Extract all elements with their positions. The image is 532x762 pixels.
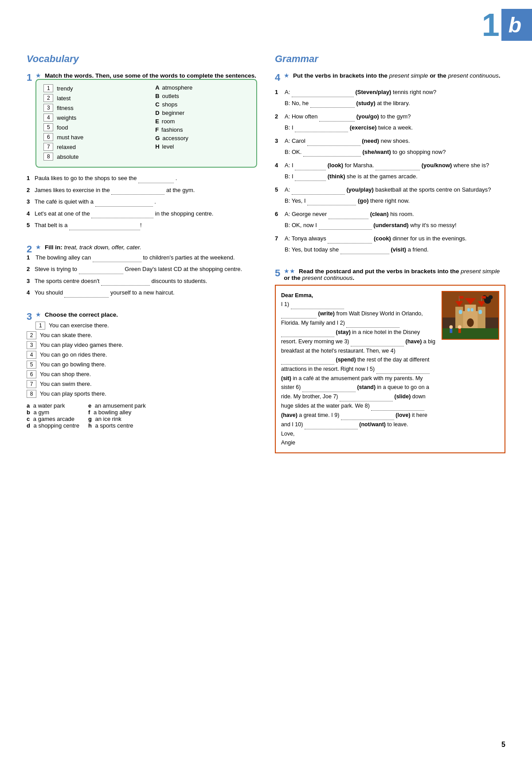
ex3-row: 2You can skate there. [27, 331, 257, 339]
grammar-row: 3 A: Carol (need) new shoes. [275, 137, 505, 146]
ex3-text: You can skate there. [40, 332, 92, 338]
vocab-letter: H [155, 143, 159, 150]
vocab-letter: E [155, 118, 159, 125]
vocab-table: 1trendy 2latest 3fitness 4weights 5food … [35, 79, 257, 168]
vocab-word: absolute [57, 153, 78, 160]
ex1-number: 1 [27, 72, 32, 83]
vocab-num: 3 [43, 104, 53, 112]
vocab-num: 2 [43, 94, 53, 102]
postcard-image [442, 291, 499, 340]
grammar-num: 1 [275, 88, 282, 97]
grammar-sub: B: I (think) she is at the games arcade. [285, 172, 505, 181]
vocab-letter: C [155, 101, 159, 108]
svg-rect-3 [455, 307, 463, 328]
ex3-text: You can shop there. [40, 371, 91, 377]
ex2-fill-label: Fill in: [45, 244, 63, 251]
svg-rect-10 [459, 310, 462, 314]
sentence-item: 2 Steve is trying to Green Day's latest … [27, 265, 257, 274]
ex3-answers-right: e an amusement park f a bowling alley g … [88, 402, 146, 429]
blank [111, 186, 164, 195]
vocab-row: 8absolute [43, 153, 137, 161]
ex3-answer: a a water park [27, 402, 79, 409]
ex5-instruction: ★★ Read the postcard and put the verbs i… [284, 268, 500, 281]
grammar-num: 7 [275, 234, 282, 244]
ex3-instruction-text: Choose the correct place. [45, 311, 118, 318]
ex3-text: You can exercise there. [49, 322, 109, 329]
grammar-item-4: 4 A: I (look) for Marsha. (you/know) whe… [275, 161, 505, 181]
sentence-item: 1 The bowling alley can to children's pa… [27, 253, 257, 263]
ex3-num: 8 [27, 390, 36, 398]
vocab-num: 1 [43, 84, 53, 92]
vocab-word: fashions [161, 126, 183, 133]
blank [79, 265, 123, 274]
corner-letter: b [501, 9, 532, 41]
blank [91, 209, 153, 219]
postcard-text: Dear Emma, I 1) (write) from Walt Disney… [281, 291, 436, 447]
vocab-row: 1trendy [43, 84, 137, 92]
svg-point-9 [467, 318, 474, 327]
sentence-item: 1 Paula likes to go to the shops to see … [27, 174, 257, 183]
ex3-row: 1You can exercise there. [35, 322, 257, 330]
grammar-section: Grammar 4 ★ Put the verbs in brackets in… [275, 53, 505, 462]
ex3-row: 6You can shop there. [27, 370, 257, 378]
svg-rect-13 [471, 308, 473, 312]
grammar-sub: B: Yes, I (go) there right now. [285, 196, 505, 206]
vocab-row: 4weights [43, 114, 137, 122]
ex3-row: 4You can go on rides there. [27, 351, 257, 359]
exercise-5: 5 ★★ Read the postcard and put the verbs… [275, 267, 505, 453]
blank [101, 277, 150, 286]
vocab-row: Gaccessory [155, 135, 249, 141]
ex1-star: ★ [35, 72, 41, 79]
grammar-row: 4 A: I (look) for Marsha. (you/know) whe… [275, 161, 505, 170]
ex3-num: 7 [27, 380, 36, 388]
sentence-item: 3 The sports centre doesn't discounts to… [27, 277, 257, 286]
vocab-row: Hlevel [155, 143, 249, 150]
sentence-item: 2 James likes to exercise in the at the … [27, 186, 257, 195]
vocab-row: 3fitness [43, 104, 137, 112]
vocab-row: Cshops [155, 101, 249, 108]
ex4-instruction: ★ Put the verbs in brackets into the pre… [284, 72, 500, 79]
ex3-num: 4 [27, 351, 36, 359]
grammar-content: A: Carol (need) new shoes. [285, 137, 505, 146]
exercise-3: 3 ★ Choose the correct place. 1You can e… [27, 311, 257, 429]
ex3-star: ★ [35, 311, 41, 318]
svg-rect-12 [467, 308, 470, 312]
ex4-star: ★ [284, 72, 289, 79]
postcard: Dear Emma, I 1) (write) from Walt Disney… [275, 285, 505, 453]
blank [95, 197, 153, 207]
ex2-sentences: 1 The bowling alley can to children's pa… [27, 253, 257, 298]
vocab-row: 6must have [43, 133, 137, 141]
blank [69, 221, 140, 230]
ex3-num: 3 [27, 341, 36, 349]
vocab-word: level [162, 143, 174, 150]
ex3-answer: c a games arcade [27, 416, 79, 422]
blank [138, 174, 174, 183]
grammar-content: A: George never (clean) his room. [285, 210, 505, 219]
grammar-title: Grammar [275, 53, 505, 65]
ex3-num: 6 [27, 370, 36, 378]
grammar-sub: B: OK. (she/want) to go shopping now? [285, 148, 505, 157]
grammar-num: 2 [275, 112, 282, 122]
svg-rect-11 [478, 310, 482, 314]
grammar-num: 4 [275, 161, 282, 170]
svg-rect-25 [458, 329, 461, 333]
ex3-num: 5 [27, 361, 36, 369]
ex3-text: You can swim there. [40, 381, 92, 387]
vocab-word: must have [57, 134, 83, 141]
grammar-item-3: 3 A: Carol (need) new shoes. B: OK. (she… [275, 137, 505, 157]
ex1-sentences: 1 Paula likes to go to the shops to see … [27, 174, 257, 230]
ex3-text: You can play video games there. [40, 342, 123, 348]
sentence-item: 4 You should yourself to a new haircut. [27, 288, 257, 298]
ex3-answer: g an ice rink [88, 416, 146, 422]
grammar-item-6: 6 A: George never (clean) his room. B: O… [275, 210, 505, 230]
vocabulary-title: Vocabulary [27, 53, 257, 65]
grammar-content: A: (you/play) basketball at the sports c… [285, 185, 505, 195]
ex3-row: 5You can go bowling there. [27, 361, 257, 369]
vocab-word: atmosphere [162, 84, 193, 91]
vocab-num: 6 [43, 133, 53, 141]
vocab-num: 5 [43, 123, 53, 131]
grammar-num: 5 [275, 185, 282, 195]
vocab-word: relaxed [57, 144, 76, 150]
ex3-answer: e an amusement park [88, 402, 146, 409]
ex1-instruction-text: Match the words. Then, use some of the w… [45, 72, 256, 79]
